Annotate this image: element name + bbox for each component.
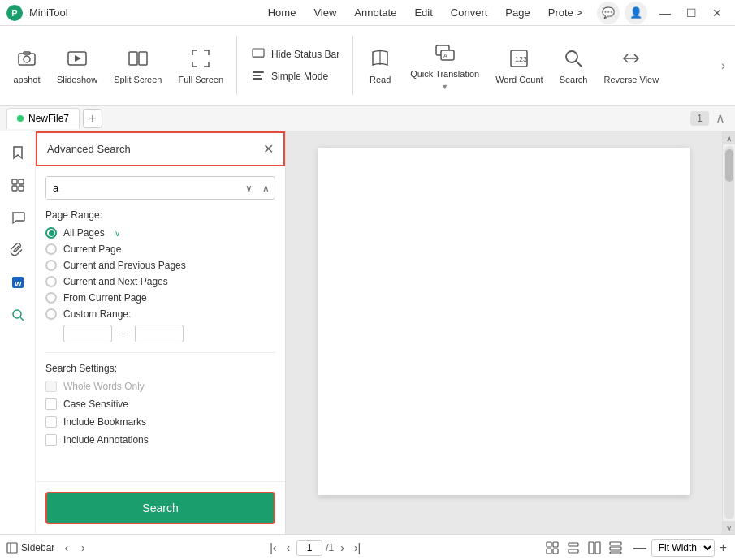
scrollbar-track[interactable] <box>724 146 734 519</box>
range-to-input[interactable] <box>135 325 184 342</box>
checkbox-whole-words-box <box>45 381 57 392</box>
zoom-out-btn[interactable]: — <box>632 539 648 557</box>
search-btn-container: Search <box>36 481 285 534</box>
first-page-btn[interactable]: |‹ <box>266 540 279 556</box>
checkbox-include-annotations[interactable]: Include Annotations <box>45 434 275 446</box>
custom-range-row: — <box>63 325 275 342</box>
search-prev-btn[interactable]: ∨ <box>240 179 257 197</box>
scroll-down-btn[interactable]: ∨ <box>723 521 736 534</box>
quick-translation-icon: A <box>434 40 456 66</box>
view-mode-buttons <box>543 538 625 558</box>
svg-point-1 <box>24 56 30 62</box>
svg-rect-31 <box>547 542 551 547</box>
last-page-btn[interactable]: ›| <box>351 540 364 556</box>
ribbon-simple-mode[interactable]: Simple Mode <box>244 67 346 87</box>
prev-page-btn[interactable]: ‹ <box>283 540 294 556</box>
prev-tab-btn[interactable]: ‹ <box>61 540 71 556</box>
view-list-btn[interactable] <box>564 538 583 558</box>
hide-status-bar-label: Hide Status Bar <box>271 49 339 60</box>
attachment-sidebar-btn[interactable] <box>3 235 32 265</box>
scroll-up-btn[interactable]: ∧ <box>723 131 736 144</box>
ribbon-expand-btn[interactable]: › <box>718 58 729 73</box>
next-page-btn[interactable]: › <box>337 540 348 556</box>
ribbon-full-screen[interactable]: Full Screen <box>171 29 230 101</box>
zoom-in-btn[interactable]: + <box>718 539 729 557</box>
zoom-level-select[interactable]: Fit Width <box>651 539 715 557</box>
maximize-button[interactable]: ☐ <box>680 4 703 22</box>
tab-collapse-btn[interactable]: ∧ <box>712 109 729 127</box>
full-screen-label: Full Screen <box>178 75 223 85</box>
range-from-input[interactable] <box>63 325 112 342</box>
chat-icon-btn[interactable]: 💬 <box>597 2 620 24</box>
ribbon-search[interactable]: Search <box>553 29 594 101</box>
search-sidebar-btn[interactable] <box>3 300 32 330</box>
search-next-btn[interactable]: ∧ <box>257 179 275 197</box>
ribbon-read[interactable]: Read <box>360 29 400 101</box>
ribbon-word-count[interactable]: 123 Word Count <box>489 29 550 101</box>
radio-all-pages[interactable]: All Pages ∨ <box>45 227 275 239</box>
nav-edit[interactable]: Edit <box>406 3 440 22</box>
search-execute-btn[interactable]: Search <box>45 492 275 524</box>
search-panel-header: Advanced Search ✕ <box>36 131 285 166</box>
search-panel-body: ∨ ∧ Page Range: All Pages ∨ Current Page… <box>36 166 285 481</box>
svg-rect-33 <box>547 549 551 554</box>
checkbox-case-sensitive[interactable]: Case Sensitive <box>45 398 275 410</box>
radio-label-from-current: From Current Page <box>63 292 147 304</box>
ribbon-quick-translation[interactable]: A Quick Translation ▼ <box>404 29 486 101</box>
radio-from-current[interactable]: From Current Page <box>45 292 275 304</box>
current-page-input[interactable] <box>296 540 322 556</box>
read-label: Read <box>370 75 391 85</box>
split-screen-label: Split Screen <box>114 75 162 85</box>
svg-rect-35 <box>569 543 578 546</box>
sidebar-toggle[interactable]: Sidebar <box>6 542 54 554</box>
close-search-panel-btn[interactable]: ✕ <box>263 141 274 157</box>
split-screen-icon <box>127 45 149 71</box>
next-tab-btn[interactable]: › <box>78 540 89 556</box>
svg-rect-24 <box>19 186 24 191</box>
view-split-btn[interactable] <box>585 538 604 558</box>
dropdown-arrow-icon: ∨ <box>115 229 120 238</box>
radio-current-prev[interactable]: Current and Previous Pages <box>45 260 275 271</box>
minimize-button[interactable]: — <box>654 4 677 22</box>
ribbon-slideshow[interactable]: Slideshow <box>50 29 104 101</box>
total-pages-label: /1 <box>326 542 334 554</box>
radio-custom-range[interactable]: Custom Range: <box>45 308 275 320</box>
thumbnail-sidebar-btn[interactable] <box>3 170 32 200</box>
ribbon-snapshot[interactable]: apshot <box>6 29 47 101</box>
nav-page[interactable]: Page <box>497 3 538 22</box>
view-grid-btn[interactable] <box>543 538 562 558</box>
radio-current-page[interactable]: Current Page <box>45 243 275 255</box>
word-sidebar-btn[interactable]: W <box>3 268 32 297</box>
zoom-controls: — Fit Width + <box>632 539 729 557</box>
search-input[interactable] <box>46 177 240 199</box>
status-bar: Sidebar ‹ › |‹ ‹ /1 › ›| — Fit Width + <box>0 534 735 560</box>
radio-current-next[interactable]: Current and Next Pages <box>45 276 275 287</box>
checkbox-include-bookmarks[interactable]: Include Bookmarks <box>45 416 275 428</box>
nav-convert[interactable]: Convert <box>443 3 496 22</box>
checkbox-whole-words[interactable]: Whole Words Only <box>45 381 275 392</box>
add-tab-button[interactable]: + <box>83 109 102 128</box>
file-tab[interactable]: NewFile7 <box>6 108 80 129</box>
search-icon <box>562 45 585 71</box>
range-dash: — <box>119 328 128 339</box>
title-bar: P MiniTool Home View Annotate Edit Conve… <box>0 0 735 26</box>
bookmark-sidebar-btn[interactable] <box>3 138 32 167</box>
ribbon: apshot Slideshow Split Screen Full Scree… <box>0 26 735 106</box>
nav-view[interactable]: View <box>305 3 344 22</box>
svg-rect-11 <box>253 78 262 80</box>
comment-sidebar-btn[interactable] <box>3 203 32 232</box>
account-icon-btn[interactable]: 👤 <box>625 2 647 24</box>
word-count-label: Word Count <box>495 75 543 85</box>
search-label: Search <box>560 75 588 85</box>
svg-text:A: A <box>443 53 447 58</box>
checkbox-include-bookmarks-box <box>45 416 57 428</box>
close-button[interactable]: ✕ <box>706 4 729 22</box>
ribbon-hide-status-bar[interactable]: Hide Status Bar <box>244 45 346 65</box>
nav-protect[interactable]: Prote > <box>540 3 590 22</box>
nav-annotate[interactable]: Annotate <box>346 3 404 22</box>
view-scroll-btn[interactable] <box>606 538 625 558</box>
snapshot-icon <box>15 45 38 71</box>
ribbon-reverse-view[interactable]: Reverse View <box>597 29 665 101</box>
nav-home[interactable]: Home <box>260 3 305 22</box>
ribbon-split-screen[interactable]: Split Screen <box>107 29 168 101</box>
